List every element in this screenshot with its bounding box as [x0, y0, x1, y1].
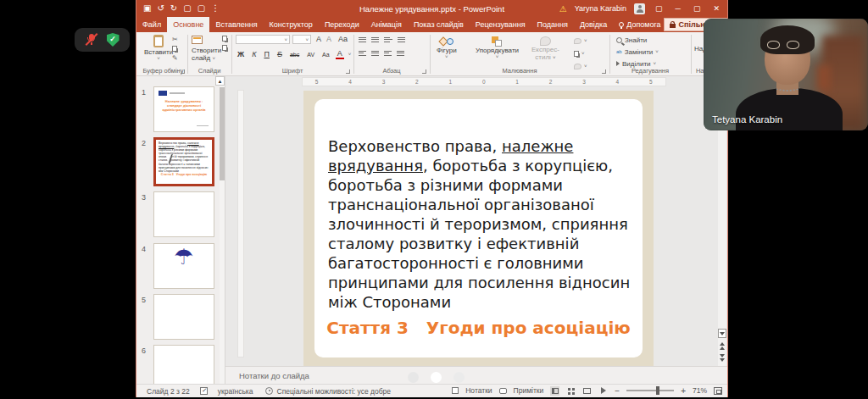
tab-slideshow[interactable]: Показ слайдів: [408, 17, 470, 32]
underline-button[interactable]: П: [262, 50, 270, 58]
zoom-out-button[interactable]: −: [615, 386, 620, 396]
text-shadow-button[interactable]: abc: [288, 52, 301, 58]
current-slide[interactable]: Верховенство права, належне врядування, …: [303, 91, 654, 366]
slide-thumbnail-1[interactable]: Належне урядування : стандарт діяльності…: [153, 86, 214, 132]
warning-icon[interactable]: ⚠: [559, 4, 567, 14]
shape-fill-icon[interactable]: [574, 38, 581, 44]
align-right-icon[interactable]: [384, 49, 392, 57]
zoom-level[interactable]: 71%: [693, 386, 707, 395]
line-spacing-icon[interactable]: [398, 36, 405, 43]
accessibility-icon[interactable]: [265, 387, 273, 395]
close-button[interactable]: ✕: [710, 0, 722, 17]
copy-icon[interactable]: [172, 46, 177, 52]
start-slideshow-icon[interactable]: ▢: [183, 4, 191, 13]
webcam-overlay[interactable]: Tetyana Karabin: [704, 19, 868, 130]
slide-sorter-view-button[interactable]: [566, 386, 576, 396]
slide-thumbnail-2-selected[interactable]: Верховенство права, належне врядування, …: [153, 137, 214, 186]
italic-button[interactable]: К: [250, 50, 258, 58]
redo-icon[interactable]: ↻: [170, 4, 177, 13]
font-name-select[interactable]: ˅: [236, 35, 290, 44]
format-painter-icon[interactable]: ✎: [172, 54, 178, 62]
decrease-font-icon[interactable]: А: [325, 35, 333, 43]
save-icon[interactable]: ▣: [143, 4, 151, 13]
spellcheck-icon[interactable]: [200, 387, 208, 395]
fit-to-window-icon[interactable]: [714, 387, 722, 395]
minimize-button[interactable]: ─: [673, 0, 683, 17]
drawing-dialog-launcher[interactable]: [602, 69, 606, 74]
reset-slide-icon[interactable]: [222, 45, 227, 51]
tab-design[interactable]: Конструктор: [264, 17, 319, 32]
tab-view[interactable]: Подання: [531, 17, 574, 32]
bold-button[interactable]: Ж: [236, 50, 246, 58]
new-slide-button[interactable]: [192, 36, 203, 44]
paragraph-dialog-launcher[interactable]: [422, 69, 426, 74]
justify-icon[interactable]: [397, 49, 404, 57]
bullet-list-icon[interactable]: [359, 36, 366, 43]
slide-thumbnail-4[interactable]: ☂: [153, 243, 214, 289]
account-name[interactable]: Yaryna Karabin: [575, 4, 626, 13]
font-size-select[interactable]: ˅: [292, 35, 311, 44]
tab-insert[interactable]: Вставлення: [209, 17, 263, 32]
zoom-slider[interactable]: [626, 390, 674, 391]
slide-text-box[interactable]: Верховенство права, належне врядування, …: [314, 99, 643, 357]
increase-font-icon[interactable]: А: [314, 35, 323, 43]
slide-thumbnail-5[interactable]: [153, 294, 214, 340]
tab-help[interactable]: Допомога: [613, 17, 666, 32]
language-indicator[interactable]: українська: [218, 387, 253, 396]
slide-thumbnail-6[interactable]: [153, 345, 214, 384]
find-button[interactable]: Знайти: [616, 35, 659, 45]
tab-reference[interactable]: Довідка: [574, 17, 613, 32]
reading-view-button[interactable]: [582, 386, 592, 396]
strikethrough-button[interactable]: S: [275, 50, 284, 58]
ribbon-display-options-icon[interactable]: ▢: [653, 0, 665, 17]
avatar[interactable]: [634, 3, 645, 14]
paste-button[interactable]: Вставити˅: [144, 35, 173, 61]
slide-thumbnail-3[interactable]: [153, 191, 214, 237]
slide-layout-icon[interactable]: [222, 36, 227, 42]
replace-button[interactable]: abЗамінити˅: [616, 47, 659, 57]
panel-scrollbar[interactable]: ▲: [220, 76, 225, 384]
zoom-slider-thumb[interactable]: [656, 386, 659, 395]
cut-icon[interactable]: ✂: [172, 36, 178, 43]
tab-transitions[interactable]: Переходи: [319, 17, 365, 32]
muted-microphone-icon[interactable]: [86, 33, 97, 47]
panel-scroll-thumb[interactable]: [220, 87, 225, 180]
scroll-down-button[interactable]: [718, 329, 726, 338]
next-slide-button[interactable]: [718, 353, 726, 363]
tab-animations[interactable]: Анімація: [365, 17, 408, 32]
notes-toggle[interactable]: Нотатки: [465, 386, 492, 395]
security-shield-icon[interactable]: ✓: [107, 33, 120, 47]
quick-styles-button[interactable]: Експрес- стилі ˅: [531, 36, 559, 61]
notes-placeholder: Нотатки до слайда: [239, 367, 309, 384]
font-color-button[interactable]: А: [336, 49, 344, 59]
accessibility-status[interactable]: Спеціальні можливості: усе добре: [277, 387, 392, 396]
shapes-button[interactable]: Фігури˅: [437, 36, 457, 59]
comments-icon[interactable]: [499, 388, 507, 394]
restore-button[interactable]: ▢: [691, 0, 704, 17]
tab-review[interactable]: Рецензування: [470, 17, 531, 32]
zoom-in-button[interactable]: +: [681, 386, 686, 396]
previous-slide-button[interactable]: [718, 341, 726, 351]
normal-view-button[interactable]: [550, 386, 559, 396]
font-dialog-launcher[interactable]: [346, 69, 350, 74]
new-file-icon[interactable]: ▢: [198, 4, 205, 13]
arrange-button[interactable]: Упорядкувати˅: [476, 36, 519, 59]
clipboard-dialog-launcher[interactable]: [181, 69, 185, 74]
numbered-list-icon[interactable]: [371, 36, 379, 43]
align-center-icon[interactable]: [371, 49, 379, 57]
clear-formatting-icon[interactable]: Aa: [337, 35, 349, 43]
change-case-button[interactable]: Aa: [320, 52, 331, 58]
comments-toggle[interactable]: Примітки: [514, 386, 544, 395]
scroll-up-button[interactable]: ▲: [215, 76, 225, 86]
tab-home[interactable]: Основне: [167, 17, 209, 32]
more-commands-icon[interactable]: ⋮: [211, 4, 220, 13]
align-left-icon[interactable]: [359, 49, 366, 57]
tab-file[interactable]: Файл: [136, 17, 167, 32]
notes-toggle-icon[interactable]: [452, 387, 459, 394]
notes-pane[interactable]: Нотатки до слайда: [225, 366, 727, 384]
character-spacing-button[interactable]: AV: [305, 52, 316, 58]
indent-icon[interactable]: [384, 36, 392, 43]
slideshow-view-button[interactable]: [598, 386, 608, 396]
undo-icon[interactable]: ↺: [157, 4, 164, 13]
shape-outline-icon[interactable]: [574, 51, 579, 57]
